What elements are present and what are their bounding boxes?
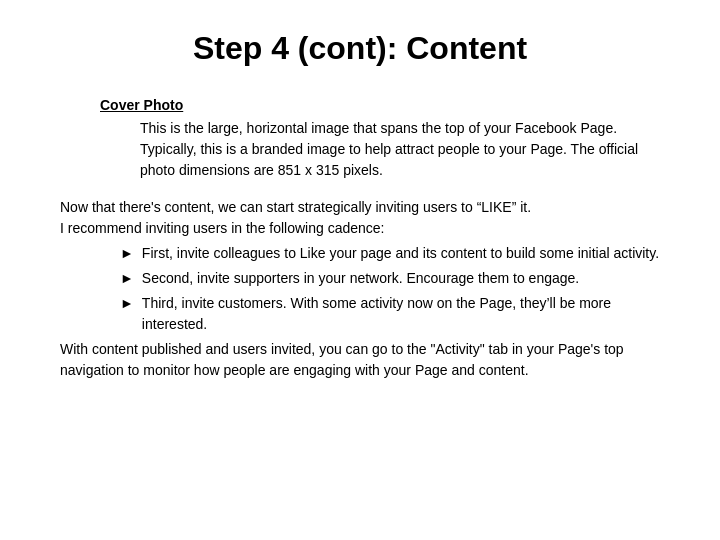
cover-photo-body: This is the large, horizontal image that… xyxy=(140,118,660,181)
main-intro: Now that there's content, we can start s… xyxy=(60,197,660,239)
cover-photo-label: Cover Photo xyxy=(100,95,660,116)
list-item: ► Second, invite supporters in your netw… xyxy=(120,268,660,289)
bullet-text-3: Third, invite customers. With some activ… xyxy=(142,293,660,335)
list-item: ► Third, invite customers. With some act… xyxy=(120,293,660,335)
intro-line1: Now that there's content, we can start s… xyxy=(60,199,531,215)
bullet-arrow-1: ► xyxy=(120,243,134,264)
bullet-arrow-2: ► xyxy=(120,268,134,289)
cover-photo-section: Cover Photo This is the large, horizonta… xyxy=(100,95,660,181)
page: Step 4 (cont): Content Cover Photo This … xyxy=(0,0,720,540)
final-paragraph: With content published and users invited… xyxy=(60,339,660,381)
page-title: Step 4 (cont): Content xyxy=(60,30,660,67)
list-item: ► First, invite colleagues to Like your … xyxy=(120,243,660,264)
bullet-arrow-3: ► xyxy=(120,293,134,335)
bullet-text-1: First, invite colleagues to Like your pa… xyxy=(142,243,660,264)
content-area: Cover Photo This is the large, horizonta… xyxy=(60,95,660,381)
bullet-text-2: Second, invite supporters in your networ… xyxy=(142,268,660,289)
bullet-list: ► First, invite colleagues to Like your … xyxy=(120,243,660,335)
intro-line2: I recommend inviting users in the follow… xyxy=(60,220,385,236)
